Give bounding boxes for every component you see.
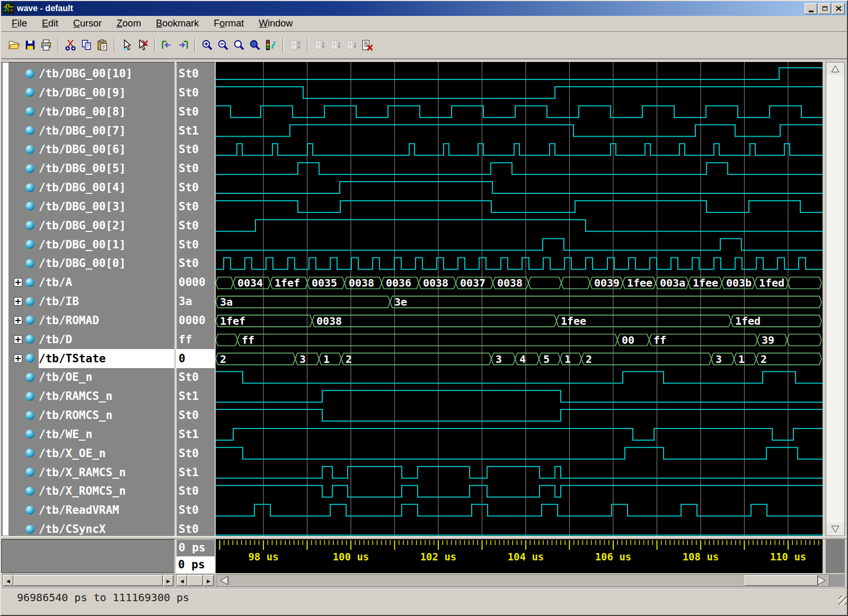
restore-icon (823, 6, 827, 11)
names-scroll-right-button[interactable]: ► (163, 575, 173, 586)
paste-button[interactable] (94, 38, 110, 52)
signal-row[interactable]: /tb/ROMCS_n (1, 406, 174, 425)
signal-icon (25, 107, 34, 116)
print-button[interactable] (38, 38, 54, 52)
menu-item-format[interactable]: Format (207, 17, 250, 30)
signal-value: St0 (176, 368, 215, 387)
values-scroll-left-button[interactable]: ◄ (177, 575, 187, 586)
scrollbar-corner-upper (826, 539, 845, 573)
signal-row[interactable]: /tb/DBG_00[2] (1, 216, 174, 235)
add-cursor-button[interactable] (119, 38, 135, 52)
cut-button[interactable] (63, 38, 78, 52)
expand-plus-icon[interactable] (14, 335, 22, 344)
signal-value: St0 (176, 254, 215, 273)
restore-button[interactable] (818, 3, 831, 14)
expand-plus-icon[interactable] (14, 354, 22, 363)
expand-plus-icon[interactable] (14, 278, 22, 287)
signal-row[interactable]: /tb/TState (1, 349, 174, 368)
close-icon (836, 6, 842, 11)
find-previous-transition-button[interactable] (159, 38, 175, 52)
signal-row[interactable]: /tb/DBG_00[0] (1, 254, 174, 273)
signal-icon (25, 297, 34, 306)
menu-item-zoom[interactable]: Zoom (110, 17, 147, 30)
signal-row[interactable]: /tb/X_OE_n (1, 444, 174, 463)
signal-row[interactable]: /tb/DBG_00[6] (1, 140, 174, 159)
signal-icon (25, 411, 34, 420)
close-button[interactable] (832, 3, 845, 14)
signal-row[interactable]: /tb/X_ROMCS_n (1, 481, 174, 501)
signal-row[interactable]: /tb/ROMAD (1, 311, 174, 330)
delete-cursor-button[interactable] (135, 38, 151, 52)
values-scroll-right-button[interactable]: ► (204, 575, 214, 586)
goto-time-prev-button[interactable] (328, 38, 343, 52)
cancel-expand-button[interactable] (359, 38, 375, 52)
cursor2-time: 0 ps (176, 557, 215, 573)
save-button[interactable] (22, 38, 38, 52)
zoom-mode-button[interactable] (263, 38, 279, 52)
signal-value: St1 (176, 463, 215, 482)
arrow-down-icon (830, 525, 841, 533)
signal-icon (25, 221, 34, 230)
svg-text:98 us: 98 us (248, 551, 278, 563)
signal-name: /tb/X_RAMCS_n (39, 466, 126, 479)
zoom-full-button[interactable] (247, 38, 263, 52)
zoom-out-button[interactable] (215, 38, 231, 52)
goto-time-first-button[interactable] (312, 38, 328, 52)
wave-hscrollbar-thumb[interactable] (745, 575, 818, 586)
wave-vscrollbar[interactable] (826, 62, 845, 536)
signal-row[interactable]: /tb/RAMCS_n (1, 387, 174, 406)
signal-row[interactable]: /tb/DBG_00[8] (1, 102, 174, 121)
signal-icon (25, 449, 34, 458)
zoom-area-button[interactable] (231, 38, 247, 52)
menu-item-file[interactable]: File (5, 17, 33, 30)
signal-row[interactable]: /tb/DBG_00[7] (1, 121, 174, 140)
signal-name: /tb/X_ROMCS_n (39, 485, 126, 497)
signal-row[interactable]: /tb/DBG_00[10] (1, 64, 174, 83)
open-button[interactable] (6, 38, 22, 52)
signal-row[interactable]: /tb/DBG_00[5] (1, 159, 174, 178)
signal-row[interactable]: /tb/DBG_00[4] (1, 178, 174, 197)
resize-grip[interactable] (838, 595, 848, 605)
expand-time-button[interactable] (287, 38, 303, 52)
copy-button[interactable] (78, 38, 94, 52)
menu-item-window[interactable]: Window (252, 17, 299, 30)
signal-row[interactable]: /tb/OE_n (1, 368, 174, 387)
signal-name: /tb/DBG_00[10] (39, 67, 132, 80)
names-hscrollbar[interactable]: ◄ ► (2, 574, 174, 587)
minimize-button[interactable] (805, 3, 817, 14)
signal-icon (25, 316, 34, 325)
expand-plus-icon[interactable] (14, 316, 22, 325)
timeline-ruler[interactable]: 98 us100 us102 us104 us106 us108 us110 u… (216, 539, 823, 573)
signal-icon (25, 164, 34, 173)
scroll-down-button[interactable] (826, 523, 844, 535)
title-bar[interactable]: wave - default (1, 1, 847, 16)
names-scroll-left-button[interactable]: ◄ (3, 575, 13, 586)
menu-item-bookmark[interactable]: Bookmark (149, 17, 205, 30)
signal-row[interactable]: /tb/DBG_00[3] (1, 197, 174, 216)
zoom-in-button[interactable] (199, 38, 215, 52)
menu-item-cursor[interactable]: Cursor (67, 17, 108, 30)
wave-scroll-home-icon[interactable] (218, 575, 229, 586)
signal-row[interactable]: /tb/DBG_00[9] (1, 83, 174, 102)
values-hscrollbar-thumb[interactable] (188, 575, 203, 586)
scroll-up-button[interactable] (826, 63, 844, 75)
signal-row[interactable]: /tb/X_RAMCS_n (1, 463, 174, 482)
expand-plus-icon[interactable] (14, 297, 22, 306)
signal-icon (25, 69, 34, 78)
find-next-transition-button[interactable] (175, 38, 191, 52)
window-title: wave - default (17, 4, 805, 13)
values-hscrollbar[interactable]: ◄ ► (176, 574, 215, 587)
goto-time-next-button[interactable] (343, 38, 359, 52)
signal-row[interactable]: /tb/ReadVRAM (1, 501, 174, 520)
signal-row[interactable]: /tb/D (1, 330, 174, 349)
signal-row[interactable]: /tb/DBG_00[1] (1, 235, 174, 254)
signal-row[interactable]: /tb/WE_n (1, 425, 174, 444)
wave-hscrollbar[interactable] (216, 574, 829, 587)
signal-name: /tb/DBG_00[2] (39, 219, 126, 232)
signal-row[interactable]: /tb/IB (1, 292, 174, 311)
names-hscrollbar-thumb[interactable] (14, 575, 163, 586)
wave-scroll-right-icon[interactable] (816, 575, 828, 586)
svg-text:110 us: 110 us (770, 551, 807, 563)
menu-item-edit[interactable]: Edit (36, 17, 65, 30)
signal-row[interactable]: /tb/A (1, 273, 174, 292)
